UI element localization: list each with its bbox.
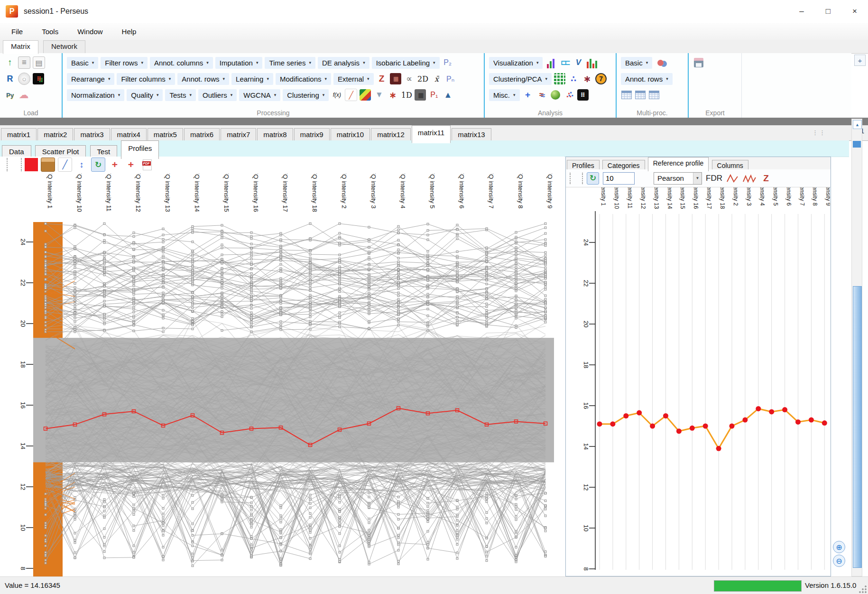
scrollbar-notch[interactable] <box>853 141 861 148</box>
add-profile-icon[interactable]: + <box>108 158 121 171</box>
scrollbar-thumb[interactable] <box>853 286 862 568</box>
dropdown-de-analysis[interactable]: DE analysis▾ <box>318 57 369 69</box>
dropdown-annot-rows[interactable]: Annot. rows▾ <box>621 73 673 85</box>
volcano-icon[interactable]: ▲ <box>442 89 453 101</box>
dropdown-isobaric-labeling[interactable]: Isobaric Labeling▾ <box>372 57 440 69</box>
network-blue-icon[interactable]: ∴ <box>568 73 579 84</box>
matrix-tab-matrix5[interactable]: matrix5 <box>148 128 183 142</box>
arrow-up-green-icon[interactable]: ↑ <box>4 57 16 68</box>
dropdown-external[interactable]: External▾ <box>333 73 374 85</box>
tab-reference-profile[interactable]: Reference profile <box>648 157 709 171</box>
server-list-icon[interactable]: ≡ <box>18 56 30 69</box>
swatch-red-icon[interactable] <box>25 158 38 171</box>
f-x-icon[interactable]: f(x) <box>331 89 342 101</box>
close-button[interactable]: × <box>841 0 868 23</box>
x-bar-icon[interactable]: x̄ <box>431 73 443 84</box>
zigzag-few-icon[interactable] <box>726 173 739 184</box>
add-profile-icon[interactable]: + <box>124 158 138 171</box>
correlation-select[interactable]: Pearson ▼ <box>654 172 702 185</box>
matrix-tab-matrix8[interactable]: matrix8 <box>257 128 293 142</box>
pdf-icon[interactable] <box>140 158 154 171</box>
dropdown-tests[interactable]: Tests▾ <box>165 89 196 101</box>
venn-icon[interactable] <box>655 57 666 68</box>
disc-gray-icon[interactable]: ○ <box>18 73 30 85</box>
dropdown-outliers[interactable]: Outliers▾ <box>198 89 237 101</box>
drag-handle-icon[interactable] <box>570 173 583 184</box>
plus-blue-icon[interactable]: + <box>522 89 534 101</box>
network-red-icon[interactable]: ∗ <box>387 89 398 101</box>
box-icon[interactable] <box>41 158 55 172</box>
matrix-tab-matrix9[interactable]: matrix9 <box>294 128 330 142</box>
zoom-in-icon[interactable]: ⊕ <box>833 541 845 553</box>
fish-icon[interactable]: ∝ <box>404 73 415 84</box>
lines-net-icon[interactable]: ≈ <box>536 89 547 101</box>
zoom-out-icon[interactable]: ⊖ <box>833 555 845 567</box>
matrix-dark-icon[interactable]: ⠿ <box>33 73 44 84</box>
dropdown-rearrange[interactable]: Rearrange▾ <box>67 73 114 85</box>
matrix-red-icon[interactable]: ▦ <box>390 73 401 84</box>
profile-plot[interactable]: LFQ intensity 1LFQ intensity 10LFQ inten… <box>0 174 564 576</box>
tab-network[interactable]: Network <box>43 40 85 54</box>
matrix-tab-matrix3[interactable]: matrix3 <box>74 128 110 142</box>
matrix-tab-matrix4[interactable]: matrix4 <box>111 128 147 142</box>
dropdown-visualization[interactable]: Visualization▾ <box>489 57 543 69</box>
table-icon[interactable] <box>635 89 646 101</box>
menu-window[interactable]: Window <box>70 25 110 38</box>
ribbon-expand-button[interactable]: + <box>854 55 866 66</box>
hand-icon[interactable]: ⠿ <box>577 89 589 101</box>
flower-red-icon[interactable]: ∗ <box>582 73 593 84</box>
menu-file[interactable]: File <box>4 25 30 38</box>
hierarchy-icon[interactable]: ⊏⊏ <box>559 57 570 68</box>
matrix-tab-matrix6[interactable]: matrix6 <box>184 128 220 142</box>
p-n-icon[interactable]: Pₙ <box>445 73 456 84</box>
dropdown-time-series[interactable]: Time series▾ <box>265 57 315 69</box>
funnel-icon[interactable]: ▼ <box>373 89 385 101</box>
two-d-icon[interactable]: 2D <box>417 73 429 84</box>
table-icon[interactable] <box>621 89 632 101</box>
v-plot-icon[interactable]: V <box>573 57 584 68</box>
dropdown-basic[interactable]: Basic▾ <box>67 57 98 69</box>
dropdown-filter-rows[interactable]: Filter rows▾ <box>101 57 148 69</box>
vertical-scrollbar[interactable]: ▲ <box>851 119 862 576</box>
handle-icon[interactable] <box>7 158 22 171</box>
brain-pink-icon[interactable]: ☁ <box>18 89 29 101</box>
matrix-tab-matrix2[interactable]: matrix2 <box>37 128 73 142</box>
dropdown-misc[interactable]: Misc.▾ <box>489 89 520 101</box>
dropdown-clustering[interactable]: Clustering▾ <box>283 89 329 101</box>
bar-chart-icon[interactable] <box>545 57 556 68</box>
maximize-button[interactable]: □ <box>815 0 841 23</box>
table-icon[interactable] <box>648 89 660 101</box>
matrix-tab-matrix10[interactable]: matrix10 <box>331 128 370 142</box>
line-red-icon[interactable]: ╱ <box>345 89 357 101</box>
p2-icon[interactable]: P₂ <box>442 57 453 68</box>
doc-import-icon[interactable]: ▤ <box>33 56 45 69</box>
matrix-tab-matrix13[interactable]: matrix13 <box>452 128 491 142</box>
refresh-icon[interactable]: ↻ <box>587 172 599 185</box>
updown-icon[interactable]: ↕ <box>75 158 88 171</box>
dropdown-basic[interactable]: Basic▾ <box>621 57 652 69</box>
python-icon[interactable]: Py <box>4 89 16 101</box>
z-score-icon[interactable]: Z <box>760 173 772 184</box>
tab-scroll-handle[interactable]: ⋮⋮ <box>812 129 826 136</box>
tab-profiles[interactable]: Profiles <box>121 140 159 159</box>
crowd-icon[interactable]: ▦ <box>415 89 426 101</box>
scroll-up-icon[interactable]: ▲ <box>853 120 862 129</box>
heatmap-icon[interactable] <box>360 89 371 101</box>
globe-icon[interactable] <box>550 89 561 101</box>
menu-tools[interactable]: Tools <box>34 25 66 38</box>
menu-help[interactable]: Help <box>114 25 144 38</box>
one-d-icon[interactable]: 1D <box>401 89 412 101</box>
z-red-icon[interactable]: Z <box>376 73 388 84</box>
dropdown-filter-columns[interactable]: Filter columns▾ <box>117 73 175 85</box>
scatter-icon[interactable]: ∴ <box>563 89 575 101</box>
dropdown-modifications[interactable]: Modifications▾ <box>276 73 331 85</box>
profile-count-input[interactable] <box>603 172 635 185</box>
reference-profile-plot[interactable]: LFQ intensity 1LFQ intensity 10LFQ inten… <box>566 187 830 577</box>
dropdown-wgcna[interactable]: WGCNA▾ <box>239 89 280 101</box>
refresh-icon[interactable]: ↻ <box>91 158 105 172</box>
resize-grip[interactable] <box>859 585 867 594</box>
dropdown-learning[interactable]: Learning▾ <box>231 73 273 85</box>
matrix-tab-matrix1[interactable]: matrix1 <box>1 128 37 142</box>
tab-matrix[interactable]: Matrix <box>3 40 38 54</box>
matrix-tab-matrix12[interactable]: matrix12 <box>371 128 411 142</box>
